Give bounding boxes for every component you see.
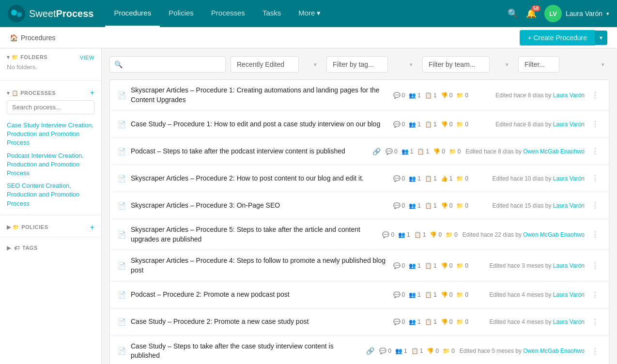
procedure-more-button[interactable]: ⋮ [589, 259, 601, 272]
nav-processes[interactable]: Processes [202, 0, 254, 27]
steps-count: 1 [426, 148, 429, 155]
steps-icon: 📋 [425, 92, 432, 99]
search-input[interactable] [109, 56, 226, 73]
team-filter-select[interactable]: Filter by team... [422, 56, 490, 73]
search-process-input[interactable] [7, 100, 94, 114]
folders-count: 0 [451, 348, 455, 354]
nav-policies[interactable]: Policies [160, 0, 202, 27]
table-row: 📄Podcast – Procedure 2: Promote a new po… [110, 282, 609, 309]
procedure-link[interactable]: Skyscraper Articles – Procedure 4: Steps… [131, 257, 386, 274]
editor-link[interactable]: Laura Varón [553, 175, 585, 182]
nav-tasks[interactable]: Tasks [254, 0, 290, 27]
create-procedure-dropdown-button[interactable]: ▾ [595, 30, 607, 45]
table-row: 📄Skyscraper Articles – Procedure 1: Crea… [110, 80, 609, 111]
sidebar-item-seo-process[interactable]: SEO Content Creation, Production and Pro… [7, 180, 94, 210]
procedure-more-button[interactable]: ⋮ [589, 316, 601, 329]
procedure-more-button[interactable]: ⋮ [589, 288, 601, 302]
general-filter-select[interactable]: Filter... [518, 56, 559, 73]
procedure-link[interactable]: Case Study – Steps to take after the cas… [131, 342, 334, 360]
procedure-more-button[interactable]: ⋮ [589, 118, 601, 131]
editor-link[interactable]: Laura Varón [553, 202, 585, 209]
procedure-more-button[interactable]: ⋮ [589, 345, 601, 358]
procedure-edited: Edited hace 8 días by Laura Varón [473, 92, 585, 99]
sidebar-processes-header[interactable]: ▾ 📋 PROCESSES + [7, 89, 94, 97]
editor-link[interactable]: Owen McGab Enaohwo [523, 348, 585, 354]
procedure-title: Podcast – Steps to take after the podcas… [131, 147, 368, 156]
sort-select[interactable]: Recently Edited Alphabetical Date Create… [231, 56, 299, 73]
general-filter-wrap: Filter... ▾ [518, 56, 609, 73]
procedure-link[interactable]: Case Study – Procedure 1: How to edit an… [131, 120, 380, 128]
table-row: 📄Skyscraper Articles – Procedure 4: Step… [110, 250, 609, 281]
table-row: 📄Case Study – Steps to take after the ca… [110, 336, 609, 364]
document-icon: 📄 [118, 91, 126, 99]
main-content: 🔍 Recently Edited Alphabetical Date Crea… [102, 48, 617, 364]
comments-icon: 💬 [386, 148, 393, 155]
procedure-more-button[interactable]: ⋮ [589, 145, 601, 158]
table-row: 📄Skyscraper Articles – Procedure 5: Step… [110, 219, 609, 250]
document-icon: 📄 [118, 291, 126, 299]
procedure-edited: Edited hace 4 meses by Laura Varón [473, 291, 585, 298]
editor-link[interactable]: Laura Varón [553, 92, 585, 99]
sidebar-item-podcast-process[interactable]: Podcast Interview Creation, Production a… [7, 150, 94, 180]
procedure-more-button[interactable]: ⋮ [589, 172, 601, 185]
sidebar-view-link[interactable]: VIEW [80, 55, 94, 61]
procedure-edited: Edited hace 3 meses by Laura Varón [473, 262, 585, 269]
procedure-stats: 💬0👥1📋1👎0📁0 [393, 262, 468, 269]
procedure-link[interactable]: Skyscraper Articles – Procedure 5: Steps… [131, 226, 360, 243]
members-count: 1 [404, 348, 407, 354]
procedure-link[interactable]: Skyscraper Articles – Procedure 3: On-Pa… [131, 201, 280, 209]
add-process-button[interactable]: + [90, 89, 94, 97]
notifications-button[interactable]: 🔔 58 [526, 8, 537, 19]
editor-link[interactable]: Laura Varón [553, 291, 585, 298]
tag-filter-select[interactable]: Filter by tag... [326, 56, 388, 73]
steps-count: 1 [420, 348, 423, 354]
steps-count: 1 [433, 202, 437, 209]
procedure-link[interactable]: Case Study – Procedure 2: Promote a new … [131, 318, 308, 325]
folders-icon: 📁 [456, 175, 463, 182]
editor-link[interactable]: Owen McGab Enaohwo [523, 231, 585, 238]
members-count: 1 [407, 231, 410, 238]
sidebar-tags-header[interactable]: ▶ 🏷 TAGS [0, 239, 101, 254]
editor-link[interactable]: Laura Varón [553, 121, 585, 128]
steps-icon: 📋 [425, 121, 432, 128]
logo-icon [8, 5, 25, 22]
chevron-down-icon: ▾ [606, 11, 609, 17]
sort-filter-wrap: Recently Edited Alphabetical Date Create… [231, 56, 322, 73]
nav-procedures[interactable]: Procedures [105, 0, 160, 27]
procedure-more-button[interactable]: ⋮ [589, 199, 601, 212]
breadcrumb: 🏠 Procedures [10, 34, 56, 42]
editor-link[interactable]: Laura Varón [553, 318, 585, 325]
create-procedure-button[interactable]: + Create Procedure [520, 30, 595, 46]
sidebar-folders-header[interactable]: ▾ 📁 FOLDERS VIEW [7, 54, 94, 61]
steps-icon: 📋 [425, 262, 432, 269]
editor-link[interactable]: Owen McGab Enaohwo [523, 148, 585, 155]
approvals-count: 0 [449, 262, 453, 269]
approvals-icon: 👎 [441, 318, 448, 325]
procedure-more-button[interactable]: ⋮ [589, 89, 601, 102]
steps-count: 1 [433, 262, 437, 269]
user-menu-button[interactable]: LV Laura Varón ▾ [544, 5, 609, 22]
approvals-icon: 👎 [441, 291, 448, 298]
procedure-link[interactable]: Podcast – Steps to take after the podcas… [131, 147, 345, 155]
svg-point-1 [11, 10, 17, 15]
steps-count: 1 [433, 291, 437, 298]
home-icon: 🏠 [10, 34, 18, 42]
search-button[interactable]: 🔍 [508, 8, 518, 19]
procedure-link[interactable]: Podcast – Procedure 2: Promote a new pod… [131, 290, 290, 298]
procedure-link[interactable]: Skyscraper Articles – Procedure 2: How t… [131, 174, 364, 182]
add-policy-button[interactable]: + [90, 223, 94, 232]
folders-icon: 📁 [456, 92, 463, 99]
tag-icon: 🏷 [14, 245, 20, 251]
folders-icon: 📁 [456, 262, 463, 269]
sidebar-policies-header[interactable]: ▶ 📁 POLICIES + [7, 223, 94, 232]
steps-icon: 📋 [425, 175, 432, 182]
procedure-link[interactable]: Skyscraper Articles – Procedure 1: Creat… [131, 86, 380, 104]
nav-more[interactable]: More ▾ [290, 0, 329, 27]
procedure-more-button[interactable]: ⋮ [589, 228, 601, 241]
sidebar-item-case-study-process[interactable]: Case Study Interview Creation, Productio… [7, 119, 94, 150]
editor-link[interactable]: Laura Varón [553, 262, 585, 269]
logo[interactable]: SweetProcess [8, 5, 93, 22]
approvals-count: 0 [449, 121, 453, 128]
approvals-count: 0 [438, 231, 442, 238]
nav-links: Procedures Policies Processes Tasks More… [105, 0, 508, 27]
